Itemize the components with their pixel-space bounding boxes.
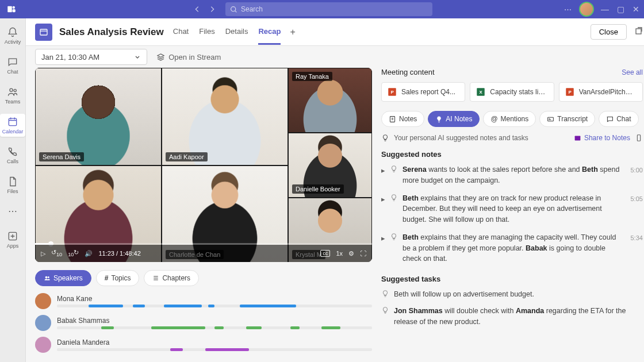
notes-tab-mentions[interactable]: @Mentions bbox=[483, 111, 536, 127]
svg-point-5 bbox=[14, 89, 16, 91]
notes-tab-chat[interactable]: Chat bbox=[599, 111, 638, 127]
speaker-avatar bbox=[35, 315, 51, 331]
note-item[interactable]: ▸Serena wants to look at the sales repor… bbox=[381, 164, 643, 186]
more-options-button[interactable]: ⋯ bbox=[564, 5, 572, 14]
share-to-notes-link[interactable]: Share to Notes bbox=[574, 134, 630, 142]
open-in-stream-link[interactable]: Open in Stream bbox=[156, 53, 221, 61]
speaker-track[interactable] bbox=[57, 326, 372, 329]
lightbulb-icon bbox=[390, 194, 398, 202]
file-type-icon: P bbox=[387, 87, 397, 97]
speaker-row[interactable]: Mona Kane bbox=[35, 293, 372, 309]
settings-button[interactable]: ⚙ bbox=[348, 250, 354, 257]
timeline-tab-topics[interactable]: #Topics bbox=[96, 270, 140, 286]
lightbulb-icon bbox=[390, 233, 398, 241]
task-item[interactable]: Jon Shammas will double check with Amand… bbox=[381, 306, 643, 328]
speaker-avatar bbox=[35, 293, 51, 309]
notes-tab-notes[interactable]: Notes bbox=[381, 111, 424, 127]
video-time: 11:23 / 1:48:42 bbox=[98, 250, 140, 257]
suggested-notes-list: ▸Serena wants to look at the sales repor… bbox=[381, 164, 643, 264]
notes-icon bbox=[389, 115, 396, 123]
timeline-tab-chapters[interactable]: Chapters bbox=[144, 270, 199, 286]
see-all-link[interactable]: See all bbox=[622, 68, 643, 76]
close-button[interactable]: Close bbox=[591, 24, 627, 40]
rail-calendar[interactable]: Calendar bbox=[0, 114, 25, 137]
meeting-file[interactable]: PSales report Q4... bbox=[381, 82, 465, 102]
svg-rect-0 bbox=[7, 6, 12, 13]
video-controls: ▷ ↺10 10↻ 🔊 11:23 / 1:48:42 cc 1x ⚙ ⛶ bbox=[35, 245, 372, 262]
suggested-tasks-heading: Suggested tasks bbox=[381, 275, 643, 283]
add-tab-button[interactable]: + bbox=[290, 27, 295, 37]
user-avatar[interactable] bbox=[579, 2, 594, 17]
fullscreen-button[interactable]: ⛶ bbox=[360, 250, 366, 257]
lightbulb-icon bbox=[381, 290, 389, 298]
file-name: VanArsdelPitchDe... bbox=[579, 88, 637, 96]
note-item[interactable]: ▸Beth explains that they are managing th… bbox=[381, 232, 643, 264]
speaker-row[interactable]: Babak Shammas bbox=[35, 315, 372, 331]
suggested-tasks-list: Beth will follow up on advertisement bud… bbox=[381, 289, 643, 327]
speed-button[interactable]: 1x bbox=[336, 250, 343, 257]
video-recording[interactable]: Serena Davis Aadi Kapoor Ray Tanaka Char… bbox=[35, 68, 372, 262]
tab-recap[interactable]: Recap bbox=[258, 20, 281, 45]
speaker-name: Daniela Mandera bbox=[57, 338, 372, 346]
speakers-timeline: Mona KaneBabak ShammasDaniela Mandera bbox=[35, 293, 372, 353]
close-window-button[interactable]: ✕ bbox=[632, 5, 639, 14]
notes-tab-transcript[interactable]: Transcript bbox=[539, 111, 595, 127]
svg-point-3 bbox=[231, 6, 236, 11]
timeline-tab-speakers[interactable]: Speakers bbox=[35, 270, 91, 286]
speaker-row[interactable]: Daniela Mandera bbox=[35, 337, 372, 353]
chat-icon bbox=[606, 115, 614, 123]
participant-tile: Aadi Kapoor bbox=[162, 68, 288, 165]
note-timestamp: 5:05 bbox=[631, 194, 643, 225]
transcript-icon bbox=[547, 115, 554, 123]
datetime-dropdown[interactable]: Jan 21, 10:30 AM bbox=[35, 49, 147, 65]
nav-back-button[interactable] bbox=[191, 3, 204, 16]
rail-teams[interactable]: Teams bbox=[0, 84, 25, 107]
svg-rect-9 bbox=[636, 29, 641, 34]
phone-icon[interactable] bbox=[635, 134, 643, 142]
svg-point-4 bbox=[10, 88, 13, 91]
note-text: Beth explains that they are managing the… bbox=[402, 232, 626, 264]
volume-button[interactable]: 🔊 bbox=[85, 250, 93, 257]
meeting-file[interactable]: XCapacity stats list... bbox=[470, 82, 554, 102]
minimize-button[interactable]: — bbox=[601, 5, 609, 14]
svg-rect-6 bbox=[9, 118, 16, 126]
tab-details[interactable]: Details bbox=[225, 20, 248, 45]
lightbulb-icon bbox=[381, 134, 389, 142]
popout-button[interactable] bbox=[634, 26, 643, 37]
search-icon bbox=[230, 6, 237, 13]
note-timestamp: 5:34 bbox=[631, 233, 643, 264]
svg-rect-18 bbox=[390, 116, 394, 122]
play-button[interactable]: ▷ bbox=[41, 250, 45, 257]
tab-files[interactable]: Files bbox=[199, 20, 214, 45]
meeting-file[interactable]: PVanArsdelPitchDe... bbox=[559, 82, 643, 102]
participant-tile: Serena Davis bbox=[35, 68, 162, 165]
rail-activity[interactable]: Activity bbox=[0, 24, 25, 47]
rail-files[interactable]: Files bbox=[0, 174, 25, 197]
speaker-name: Mona Kane bbox=[57, 295, 372, 303]
rail-calls[interactable]: Calls bbox=[0, 144, 25, 167]
speaker-name: Babak Shammas bbox=[57, 317, 372, 325]
participant-tile: Ray Tanaka bbox=[288, 68, 372, 133]
search-placeholder: Search bbox=[241, 5, 263, 13]
speaker-track[interactable] bbox=[57, 305, 372, 307]
nav-forward-button[interactable] bbox=[206, 3, 218, 16]
meeting-header: Sales Analysis Review Chat Files Details… bbox=[26, 18, 644, 46]
note-item[interactable]: ▸Beth explains that they are on track fo… bbox=[381, 193, 643, 225]
svg-text:P: P bbox=[568, 90, 571, 95]
skip-forward-button[interactable]: 10↻ bbox=[68, 249, 79, 257]
notes-tab-ai-notes[interactable]: AI Notes bbox=[428, 111, 480, 127]
rail-apps[interactable]: Apps bbox=[0, 228, 25, 251]
maximize-button[interactable]: ▢ bbox=[617, 5, 624, 14]
rail-chat[interactable]: Chat bbox=[0, 54, 25, 77]
captions-button[interactable]: cc bbox=[320, 250, 330, 257]
search-input[interactable]: Search bbox=[225, 2, 432, 16]
meeting-icon bbox=[35, 24, 52, 41]
speaker-track[interactable] bbox=[57, 348, 372, 351]
tab-chat[interactable]: Chat bbox=[173, 20, 189, 45]
svg-rect-21 bbox=[637, 135, 640, 141]
rail-more[interactable]: ⋯ bbox=[8, 206, 18, 217]
skip-back-button[interactable]: ↺10 bbox=[51, 249, 62, 257]
meeting-content-heading: Meeting content bbox=[381, 68, 435, 76]
task-item[interactable]: Beth will follow up on advertisement bud… bbox=[381, 289, 643, 300]
chevron-down-icon bbox=[134, 53, 141, 60]
